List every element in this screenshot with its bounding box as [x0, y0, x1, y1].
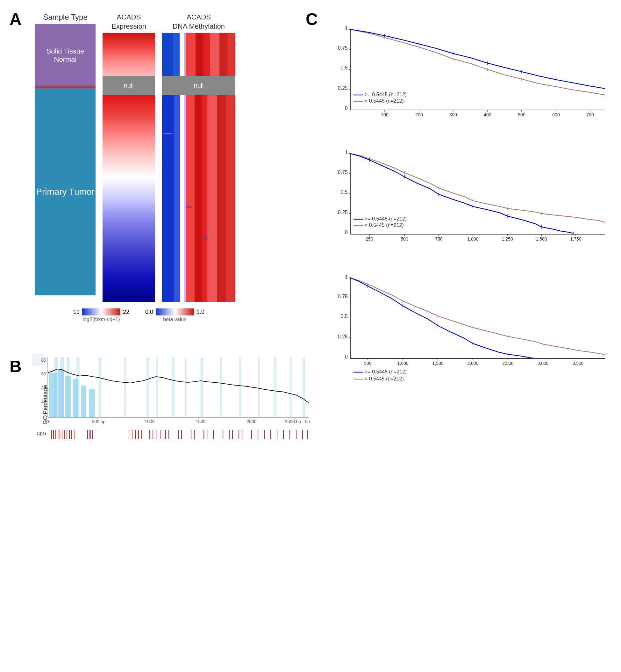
svg-text:1: 1 [345, 26, 348, 31]
svg-text:500: 500 [518, 112, 526, 117]
svg-rect-11 [174, 95, 180, 302]
svg-rect-36 [124, 357, 126, 418]
svg-text:3,000: 3,000 [537, 361, 548, 366]
svg-rect-23 [204, 238, 208, 239]
svg-rect-15 [195, 95, 202, 302]
svg-rect-3 [184, 33, 186, 76]
svg-text:1000: 1000 [144, 419, 155, 424]
svg-text:500 bp: 500 bp [92, 419, 106, 424]
svg-text:600: 600 [552, 112, 560, 117]
svg-rect-8 [219, 33, 227, 76]
solid-tissue-normal-block: Solid Tissue Normal [35, 24, 95, 86]
svg-text:0.75: 0.75 [338, 45, 348, 51]
main-container: A Sample Type Solid Tissue Normal Primar… [0, 0, 621, 672]
panel-b-svg: 80 60 40 20 0 [35, 354, 312, 456]
svg-rect-9 [227, 33, 235, 76]
svg-rect-53 [89, 389, 95, 418]
expr-legend-bar [82, 309, 120, 315]
meth-legend: 0.0 1.0 beta value [145, 309, 204, 322]
svg-text:250: 250 [366, 236, 373, 241]
svg-rect-14 [186, 95, 195, 302]
expr-legend-sub: log2(fpkm-uq+1) [83, 317, 120, 322]
svg-text:0.75: 0.75 [338, 169, 348, 175]
expr-legend: 19 22 log2(fpkm-uq+1) [73, 309, 129, 322]
svg-rect-5 [196, 33, 204, 76]
svg-rect-18 [217, 95, 226, 302]
svg-text:100: 100 [381, 112, 388, 117]
svg-rect-21 [164, 159, 173, 159]
svg-text:500: 500 [364, 361, 372, 366]
meth-heatmap-tumor [162, 95, 235, 302]
svg-rect-45 [274, 357, 277, 418]
svg-text:0: 0 [345, 230, 348, 235]
svg-rect-50 [65, 376, 71, 418]
meth-legend-bar [156, 309, 194, 315]
svg-rect-49 [58, 369, 64, 418]
svg-text:>= 0.5445 (n=212): >= 0.5445 (n=212) [365, 92, 407, 97]
survival-svg-3: 1 0.75 0.5 0.25 0 500 1,000 1,500 2,000 … [331, 274, 612, 395]
svg-rect-52 [81, 386, 86, 418]
svg-text:200: 200 [415, 112, 423, 117]
legend-row: 19 22 log2(fpkm-uq+1) 0.0 1.0 beta value [73, 309, 242, 322]
panel-b-label: B [9, 357, 22, 376]
svg-text:400: 400 [484, 112, 491, 117]
svg-rect-20 [164, 133, 173, 134]
svg-text:2,500: 2,500 [502, 361, 513, 366]
expr-legend-min: 19 [73, 309, 80, 315]
svg-text:300: 300 [449, 112, 457, 117]
expression-title: ACADS Expression [102, 13, 155, 31]
svg-text:1,500: 1,500 [536, 236, 547, 241]
svg-text:< 0.5445 (n=212): < 0.5445 (n=212) [365, 376, 404, 382]
svg-text:1,250: 1,250 [502, 236, 513, 241]
svg-text:0.25: 0.25 [338, 334, 348, 339]
survival-chart-2: 1 0.75 0.5 0.25 0 250 500 750 1,000 1,25… [331, 150, 612, 258]
survival-svg-1: 1 0.75 0.5 0.25 0 100 200 300 400 500 60… [331, 26, 612, 134]
meth-legend-max: 1.0 [197, 309, 204, 315]
svg-rect-19 [226, 95, 235, 302]
svg-text:1,000: 1,000 [467, 236, 478, 241]
meth-normal-svg [162, 33, 235, 76]
svg-rect-12 [180, 95, 184, 302]
meth-legend-sub: beta value [163, 317, 187, 322]
svg-text:0.5: 0.5 [341, 65, 348, 70]
expr-heatmap-tumor [102, 95, 155, 302]
svg-text:1: 1 [345, 274, 348, 279]
svg-text:2500 bp: 2500 bp [285, 419, 301, 424]
svg-rect-0 [162, 33, 173, 76]
svg-text:750: 750 [435, 236, 443, 241]
svg-text:CpG: CpG [37, 431, 46, 436]
meth-null-bar: null [162, 76, 235, 95]
svg-rect-47 [302, 357, 305, 418]
meth-legend-min: 0.0 [145, 309, 153, 315]
svg-rect-10 [162, 95, 174, 302]
svg-rect-35 [99, 357, 101, 418]
svg-rect-46 [290, 357, 292, 418]
svg-rect-22 [186, 206, 192, 208]
gc-y-label-2: GC Percentage [42, 385, 49, 425]
svg-text:0.5: 0.5 [341, 189, 348, 195]
svg-rect-41 [201, 357, 203, 418]
survival-chart-3: 1 0.75 0.5 0.25 0 500 1,000 1,500 2,000 … [331, 274, 612, 395]
svg-text:60: 60 [41, 371, 46, 376]
svg-rect-17 [207, 95, 217, 302]
svg-text:bp: bp [305, 419, 310, 424]
svg-text:700: 700 [586, 112, 594, 117]
svg-text:1,000: 1,000 [397, 361, 408, 366]
svg-rect-40 [185, 357, 187, 418]
survival-chart-1: 1 0.75 0.5 0.25 0 100 200 300 400 500 60… [331, 26, 612, 134]
svg-text:>= 0.5445 (n=212): >= 0.5445 (n=212) [365, 369, 407, 374]
svg-rect-4 [186, 33, 196, 76]
panel-c: 1 0.75 0.5 0.25 0 100 200 300 400 500 60… [331, 26, 612, 395]
sample-type-column: Sample Type Solid Tissue Normal Primary … [35, 13, 95, 295]
panel-b: GC Percentage 80 60 40 20 0 [35, 354, 312, 481]
svg-text:0.25: 0.25 [338, 85, 348, 91]
expr-heatmap-normal [102, 33, 155, 76]
meth-tumor-svg [162, 95, 235, 302]
svg-text:0: 0 [345, 354, 348, 359]
svg-rect-1 [173, 33, 179, 76]
methylation-column: ACADS DNA Methylation [162, 13, 235, 302]
svg-text:< 0.5445 (n=212): < 0.5445 (n=212) [365, 223, 404, 228]
expr-legend-max: 22 [123, 309, 129, 315]
svg-text:3,500: 3,500 [572, 361, 583, 366]
svg-text:1: 1 [345, 150, 348, 155]
